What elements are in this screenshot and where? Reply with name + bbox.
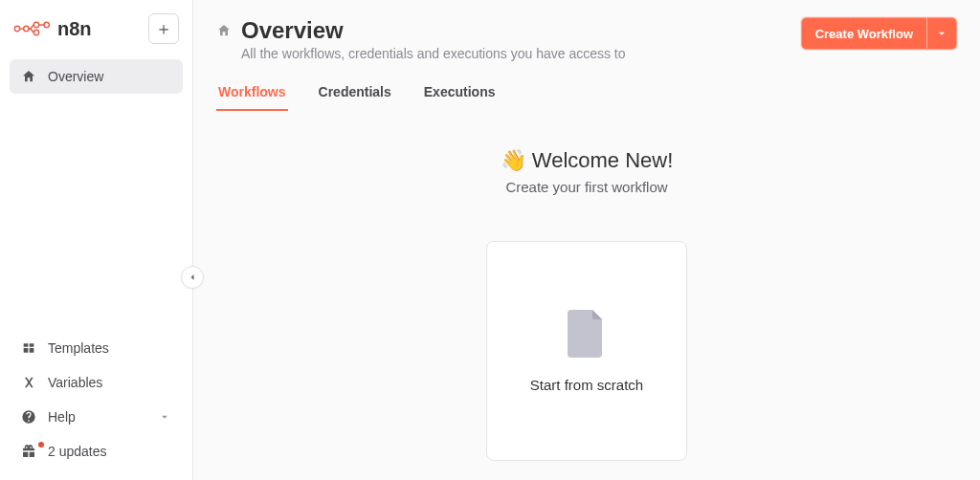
create-workflow-button[interactable]: Create Workflow xyxy=(802,18,927,49)
variables-icon xyxy=(21,375,36,390)
start-from-scratch-card[interactable]: Start from scratch xyxy=(486,241,687,461)
wave-emoji-icon: 👋 xyxy=(501,148,526,172)
page-title: Overview xyxy=(241,17,626,44)
notification-dot-icon xyxy=(38,442,44,447)
sidebar-item-help[interactable]: Help xyxy=(10,400,183,434)
sidebar: n8n ＋ Overview Templates xyxy=(0,0,193,480)
plus-icon: ＋ xyxy=(155,17,172,40)
svg-point-2 xyxy=(33,22,38,27)
sidebar-item-variables[interactable]: Variables xyxy=(10,365,183,400)
main-content: Overview All the workflows, credentials … xyxy=(193,0,980,480)
sidebar-item-label: Help xyxy=(48,409,76,425)
gift-icon xyxy=(21,444,36,459)
svg-point-1 xyxy=(24,26,29,31)
svg-point-0 xyxy=(14,26,19,31)
templates-icon xyxy=(21,340,36,356)
add-button[interactable]: ＋ xyxy=(148,13,179,44)
create-workflow-split-button: Create Workflow xyxy=(801,17,957,50)
sidebar-item-templates[interactable]: Templates xyxy=(10,331,183,365)
tab-credentials[interactable]: Credentials xyxy=(317,76,393,111)
welcome-heading: 👋 Welcome New! xyxy=(216,148,957,173)
sidebar-item-label: Overview xyxy=(48,69,103,84)
breadcrumb-home-icon[interactable] xyxy=(216,23,232,38)
svg-point-4 xyxy=(33,30,38,34)
collapse-sidebar-button[interactable] xyxy=(181,266,204,289)
tab-executions[interactable]: Executions xyxy=(422,76,498,111)
create-workflow-dropdown[interactable] xyxy=(927,18,956,49)
tab-workflows[interactable]: Workflows xyxy=(216,76,288,111)
help-icon xyxy=(21,409,36,425)
card-label: Start from scratch xyxy=(530,377,643,393)
create-workflow-label: Create Workflow xyxy=(815,27,913,41)
logo-text: n8n xyxy=(57,18,92,40)
file-icon xyxy=(568,310,606,358)
chevron-down-icon xyxy=(158,410,171,424)
sidebar-item-updates[interactable]: 2 updates xyxy=(10,434,183,469)
sidebar-item-overview[interactable]: Overview xyxy=(10,59,183,94)
home-icon xyxy=(21,69,36,84)
chevron-left-icon xyxy=(187,272,198,283)
logo[interactable]: n8n xyxy=(13,18,92,40)
sidebar-item-label: Variables xyxy=(48,375,102,390)
page-subtitle: All the workflows, credentials and execu… xyxy=(241,46,626,61)
svg-point-3 xyxy=(44,22,49,27)
welcome-subtitle: Create your first workflow xyxy=(216,179,957,195)
chevron-down-icon xyxy=(935,27,948,40)
sidebar-item-label: 2 updates xyxy=(48,444,107,459)
logo-icon xyxy=(13,19,52,38)
sidebar-item-label: Templates xyxy=(48,340,109,356)
